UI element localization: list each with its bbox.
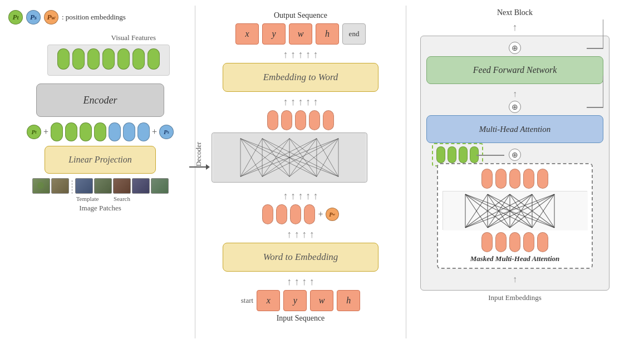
vf-capsule	[459, 146, 468, 163]
decoder-input-capsules: + Pw	[262, 204, 338, 224]
encoder-box: Encoder	[36, 83, 164, 117]
input-tokens: start x y w h	[241, 290, 360, 311]
mmha-bottom-capsule	[495, 232, 507, 252]
word-to-embedding-label: Word to Embedding	[263, 252, 338, 263]
decoder-input-capsule	[276, 204, 287, 224]
capsule	[94, 122, 106, 141]
encoder-decoder-arrow	[189, 164, 210, 170]
pw-circle: Pw	[44, 10, 58, 24]
decoder-output-capsules	[267, 110, 334, 130]
patch-divider	[72, 180, 72, 194]
search-label: Search	[114, 195, 130, 202]
legend-text: : position embeddings	[62, 13, 126, 22]
ps-embed-circle: Ps	[159, 125, 174, 139]
input-token-start: start	[241, 296, 253, 305]
word-to-emb-box: Word to Embedding	[223, 243, 378, 272]
patches-section: Template Search Image Patches	[32, 178, 169, 213]
patches-group	[32, 178, 169, 194]
pw-plus: +	[318, 209, 323, 219]
input-token-w: w	[310, 290, 333, 311]
pt-embed-circle: Pt	[27, 125, 41, 139]
decoder-capsule	[323, 110, 334, 130]
add-circle-vf: ⊕	[509, 149, 521, 161]
image-patches-label: Image Patches	[79, 204, 121, 213]
encoder-label: Encoder	[83, 95, 117, 106]
visual-features-label: Visual Features	[111, 33, 156, 42]
visual-features-box	[47, 45, 170, 76]
left-panel: Pt Ps Pw : position embeddings Visual Fe…	[6, 6, 195, 338]
capsule	[109, 122, 121, 141]
inner-dashed-box: Masked Multi-Head Attention	[437, 163, 593, 269]
right-panel: Next Block ↑ ⊕ Feed Forward Network ↑	[406, 6, 623, 338]
output-token-x: x	[235, 23, 259, 45]
mmha-capsule	[495, 169, 507, 189]
vf-connector	[476, 155, 504, 156]
add-circle-mha: ⊕	[509, 101, 521, 113]
skip-line-mha	[587, 107, 603, 108]
decoder-label: Decoder	[194, 142, 203, 166]
attention-box	[212, 132, 367, 183]
template-patch	[51, 178, 69, 194]
output-token-h: h	[316, 23, 339, 45]
output-tokens: x y w h end	[235, 23, 366, 45]
linear-proj-box: Linear Projection	[45, 146, 156, 174]
capsule	[72, 48, 85, 70]
plus2: +	[152, 127, 157, 137]
add-circle-top: ⊕	[509, 42, 521, 54]
input-token-y: y	[283, 290, 307, 311]
mmha-bottom-capsule	[523, 232, 534, 252]
diagram-container: Pt Ps Pw : position embeddings Visual Fe…	[0, 0, 644, 344]
output-token-end: end	[342, 23, 366, 45]
decoder-capsule	[309, 110, 320, 130]
mha-label: Multi-Head Attention	[479, 125, 550, 134]
svg-point-1	[37, 182, 44, 189]
ps-circle: Ps	[26, 10, 41, 24]
pt-circle: Pt	[8, 10, 23, 24]
capsule	[137, 122, 150, 141]
mha-box: Multi-Head Attention	[426, 115, 603, 143]
masked-mha-label: Masked Multi-Head Attention	[443, 254, 587, 263]
mmha-bottom-capsule	[509, 232, 520, 252]
input-emb-label: Input Embeddings	[488, 293, 542, 302]
input-token-h: h	[337, 290, 360, 311]
template-patch	[32, 178, 50, 194]
capsule	[132, 48, 145, 70]
attention-lines-svg	[212, 133, 367, 182]
plus1: +	[43, 127, 48, 137]
linear-proj-label: Linear Projection	[68, 155, 132, 165]
template-label: Template	[70, 195, 105, 202]
middle-panel: Output Sequence x y w h end ↑ ↑ ↑ ↑ ↑ Em…	[195, 6, 406, 338]
output-token-w: w	[289, 23, 312, 45]
mmha-capsule	[523, 169, 534, 189]
svg-rect-28	[443, 191, 588, 230]
search-patch	[113, 178, 131, 194]
search-patch	[75, 178, 93, 194]
emb-to-word-box: Embedding to Word	[223, 63, 378, 92]
mmha-capsule	[481, 169, 493, 189]
capsule	[51, 122, 63, 141]
mmha-capsule	[509, 169, 520, 189]
capsule	[148, 48, 160, 70]
capsule	[65, 122, 77, 141]
decoder-input-capsule	[290, 204, 301, 224]
output-token-y: y	[262, 23, 286, 45]
embedding-to-word-label: Embedding to Word	[263, 72, 338, 83]
outer-box: ⊕ Feed Forward Network ↑ ⊕	[420, 36, 609, 291]
skip-vert-mha	[603, 76, 604, 107]
decoder-capsule	[267, 110, 278, 130]
decoder-input-capsule	[262, 204, 273, 224]
skip-vert-ffn	[603, 19, 604, 48]
input-seq-label: Input Sequence	[277, 314, 325, 323]
capsule	[80, 122, 92, 141]
decoder-input-capsule	[304, 204, 315, 224]
mmha-bottom-capsule	[537, 232, 548, 252]
mmha-capsule	[537, 169, 548, 189]
capsule	[117, 48, 130, 70]
search-patch	[132, 178, 150, 194]
pw-embed-circle: Pw	[326, 208, 339, 221]
search-patch	[94, 178, 112, 194]
ffn-box: Feed Forward Network	[426, 56, 603, 84]
green-capsules-row	[57, 48, 160, 70]
capsule	[102, 48, 115, 70]
next-block-label: Next Block	[497, 8, 533, 17]
